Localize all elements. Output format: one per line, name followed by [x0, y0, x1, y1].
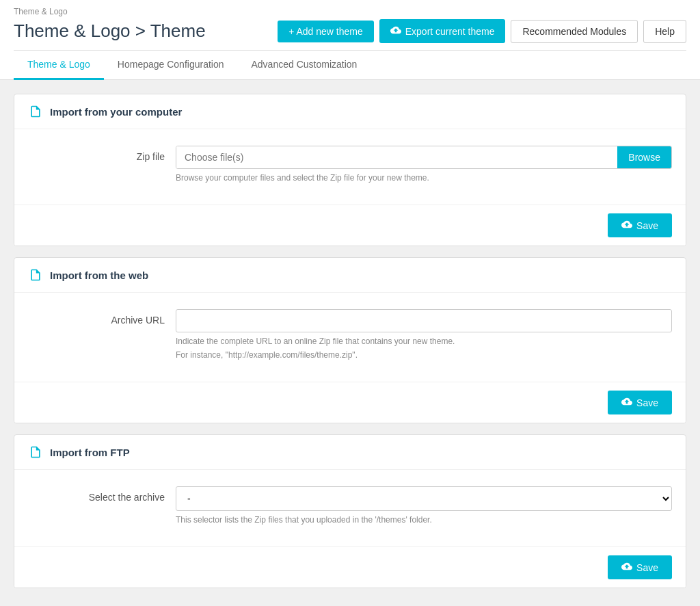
- recommended-modules-button[interactable]: Recommended Modules: [511, 20, 638, 43]
- page-title: Theme & Logo > Theme: [14, 21, 206, 42]
- export-theme-button[interactable]: Export current theme: [379, 19, 506, 43]
- file-ftp-icon: [28, 445, 43, 460]
- archive-url-hint-2: For instance, "http://example.com/files/…: [176, 350, 672, 360]
- select-archive-controls: - This selector lists the Zip files that…: [176, 486, 672, 525]
- archive-url-hint-1: Indicate the complete URL to an online Z…: [176, 337, 672, 346]
- import-ftp-footer: Save: [14, 546, 686, 588]
- breadcrumb: Theme & Logo: [14, 7, 686, 16]
- import-web-footer: Save: [14, 382, 686, 423]
- select-archive-dropdown[interactable]: -: [176, 486, 672, 511]
- zip-file-hint: Browse your computer files and select th…: [176, 173, 672, 183]
- archive-url-row: Archive URL Indicate the complete URL to…: [28, 309, 672, 360]
- header-buttons: + Add new theme Export current theme Rec…: [278, 19, 686, 43]
- import-computer-footer: Save: [14, 205, 686, 246]
- tab-theme-logo[interactable]: Theme & Logo: [14, 51, 104, 80]
- import-ftp-header: Import from FTP: [14, 435, 686, 470]
- zip-file-controls: Browse Browse your computer files and se…: [176, 146, 672, 183]
- tab-homepage-config[interactable]: Homepage Configuration: [104, 51, 238, 80]
- import-web-body: Archive URL Indicate the complete URL to…: [14, 293, 686, 382]
- select-archive-row: Select the archive - This selector lists…: [28, 486, 672, 525]
- file-web-icon: [28, 267, 43, 282]
- save-ftp-button[interactable]: Save: [608, 555, 672, 579]
- select-archive-label: Select the archive: [28, 486, 165, 503]
- import-ftp-body: Select the archive - This selector lists…: [14, 470, 686, 546]
- save-cloud-icon-2: [621, 396, 632, 409]
- add-theme-button[interactable]: + Add new theme: [278, 21, 374, 42]
- save-computer-label: Save: [636, 220, 658, 231]
- select-archive-hint: This selector lists the Zip files that y…: [176, 515, 672, 525]
- archive-url-controls: Indicate the complete URL to an online Z…: [176, 309, 672, 360]
- import-web-header: Import from the web: [14, 258, 686, 293]
- cloud-upload-icon: [390, 25, 401, 38]
- import-web-title: Import from the web: [50, 269, 148, 281]
- import-computer-header: Import from your computer: [14, 94, 686, 129]
- tab-advanced-customization[interactable]: Advanced Customization: [238, 51, 371, 80]
- save-web-label: Save: [636, 397, 658, 408]
- zip-file-input-group: Browse: [176, 146, 672, 169]
- save-computer-button[interactable]: Save: [608, 213, 672, 237]
- import-web-card: Import from the web Archive URL Indicate…: [14, 257, 686, 423]
- import-computer-card: Import from your computer Zip file Brows…: [14, 94, 686, 246]
- archive-url-input[interactable]: [176, 309, 672, 332]
- save-cloud-icon-3: [621, 561, 632, 574]
- zip-file-row: Zip file Browse Browse your computer fil…: [28, 146, 672, 183]
- save-cloud-icon-1: [621, 219, 632, 232]
- browse-button[interactable]: Browse: [617, 146, 671, 168]
- zip-file-input[interactable]: [176, 146, 617, 168]
- save-ftp-label: Save: [636, 562, 658, 573]
- file-icon: [28, 104, 43, 119]
- export-theme-label: Export current theme: [405, 26, 495, 37]
- help-button[interactable]: Help: [643, 20, 686, 43]
- archive-url-label: Archive URL: [28, 309, 165, 326]
- main-content: Import from your computer Zip file Brows…: [0, 80, 700, 602]
- import-ftp-card: Import from FTP Select the archive - Thi…: [14, 434, 686, 588]
- import-ftp-title: Import from FTP: [50, 447, 130, 458]
- tab-bar: Theme & Logo Homepage Configuration Adva…: [14, 50, 686, 79]
- zip-file-label: Zip file: [28, 146, 165, 162]
- import-computer-body: Zip file Browse Browse your computer fil…: [14, 129, 686, 205]
- import-computer-title: Import from your computer: [50, 106, 182, 118]
- save-web-button[interactable]: Save: [608, 391, 672, 414]
